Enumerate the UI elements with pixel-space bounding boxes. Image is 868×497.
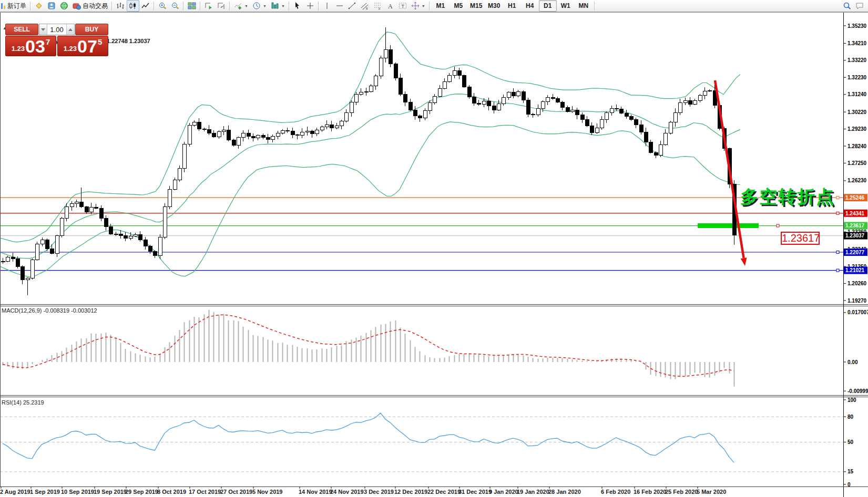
level-marker[interactable] — [777, 224, 779, 227]
date-tick-label: 3 Dec 2019 — [364, 489, 394, 495]
date-tick-label: 29 Sep 2019 — [125, 489, 158, 495]
zoomin-icon — [158, 2, 167, 10]
buy-price-prefix: 1.23 — [64, 45, 77, 52]
text-button[interactable]: A — [384, 0, 396, 12]
date-tick-label: 16 Feb 2020 — [634, 489, 666, 495]
level-marker[interactable] — [836, 251, 839, 254]
sell-button[interactable]: SELL — [5, 24, 38, 35]
volume-input[interactable]: 1.00 — [47, 24, 66, 35]
date-tick-label: 2 Aug 2019 — [0, 489, 30, 495]
tf-m30-label: M30 — [488, 2, 500, 9]
sell-price[interactable]: 1.23 03 7 — [5, 36, 56, 56]
chevron-down-icon: ▼ — [281, 4, 285, 8]
tf-m1-label: M1 — [436, 2, 445, 9]
tf-m15-label: M15 — [470, 2, 482, 9]
market-watch-button[interactable] — [33, 0, 45, 12]
price-callout[interactable]: 1.23617 — [781, 232, 820, 245]
autotrade-icon — [73, 2, 81, 10]
date-tick-label: 25 Feb 2020 — [665, 489, 698, 495]
rsi-line — [3, 413, 734, 462]
level-marker[interactable] — [836, 212, 839, 214]
date-tick-label: 14 Nov 2019 — [299, 489, 332, 495]
tiles-icon — [188, 2, 196, 10]
zoom-out-button[interactable] — [169, 0, 181, 12]
level-marker[interactable] — [836, 196, 839, 199]
vertical-line-button[interactable] — [321, 0, 333, 12]
tf-d1[interactable]: D1 — [539, 0, 557, 12]
price-axis[interactable]: 1.352301.342101.332201.322301.312401.302… — [843, 23, 868, 488]
toolbar-separator — [229, 2, 230, 11]
date-tick-label: 6 Feb 2020 — [601, 489, 630, 495]
chevron-down-icon: ▼ — [244, 4, 248, 8]
buy-price-big: 07 — [77, 38, 97, 55]
macd-signal-line — [3, 315, 734, 376]
tf-h1[interactable]: H1 — [503, 0, 521, 12]
tf-m30[interactable]: M30 — [485, 0, 503, 12]
volume-stepper: 1.00 — [39, 24, 75, 35]
svg-text:F: F — [379, 7, 381, 11]
zoom-in-button[interactable] — [156, 0, 169, 12]
chart-shift-button[interactable] — [215, 0, 228, 12]
svg-text:A: A — [388, 3, 393, 10]
tf-h4[interactable]: H4 — [521, 0, 539, 12]
chat-button[interactable] — [853, 0, 866, 12]
tf-m15[interactable]: M15 — [467, 0, 485, 12]
trendline-button[interactable] — [346, 0, 359, 12]
zoom-group — [156, 0, 181, 12]
periods-button[interactable]: ▼ — [250, 0, 269, 12]
search-button[interactable] — [841, 0, 853, 12]
fibonacci-button[interactable]: F — [371, 0, 384, 12]
toolbar: 新订单自动交易▼▼▼EFAT▼M1M5M15M30H1H4D1W1MN — [0, 0, 868, 12]
auto-scroll-button[interactable] — [202, 0, 215, 12]
level-marker[interactable] — [836, 269, 839, 272]
channel-button[interactable]: E — [359, 0, 371, 12]
new-order-button-label: 新订单 — [7, 2, 26, 11]
date-tick-label: 5 Nov 2019 — [252, 489, 282, 495]
buy-price[interactable]: 1.23 07 5 — [57, 36, 108, 56]
fibo-icon: F — [373, 2, 382, 10]
indicators-icon — [234, 2, 242, 10]
price-level-lines[interactable] — [0, 196, 843, 272]
volume-increase-button[interactable] — [66, 24, 74, 35]
price-tick-label: 1.31240 — [847, 91, 867, 97]
tf-m1[interactable]: M1 — [432, 0, 450, 12]
rsi-axis-label: 15 — [847, 469, 854, 474]
date-axis[interactable]: 2 Aug 20191 Sep 201910 Sep 201919 Sep 20… — [0, 487, 726, 495]
channel-icon: E — [361, 2, 369, 10]
vline-icon — [323, 2, 331, 10]
line-chart-button[interactable] — [139, 0, 152, 12]
navigator-button[interactable] — [58, 0, 70, 12]
volume-decrease-button[interactable] — [39, 24, 47, 35]
templates-button[interactable]: ▼ — [269, 0, 287, 12]
sell-price-prefix: 1.23 — [12, 45, 25, 52]
data-window-button[interactable] — [45, 0, 58, 12]
trend-arrow[interactable] — [715, 80, 747, 266]
chart-canvas[interactable]: 1.352301.342101.332201.322301.312401.302… — [0, 12, 868, 497]
buy-button[interactable]: BUY — [75, 24, 108, 35]
highlight-bar[interactable] — [698, 223, 759, 228]
cursor-button[interactable] — [291, 0, 304, 12]
template-icon — [271, 2, 279, 10]
crosshair-button[interactable] — [304, 0, 316, 12]
tf-w1[interactable]: W1 — [557, 0, 575, 12]
tf-m5[interactable]: M5 — [450, 0, 467, 12]
candles-icon — [129, 2, 137, 10]
indicators-button[interactable]: ▼ — [232, 0, 250, 12]
tf-m5-label: M5 — [454, 2, 463, 9]
rsi-axis-label: 100 — [847, 397, 856, 403]
price-tick-label: 1.34210 — [847, 40, 867, 46]
trendline-icon — [348, 2, 356, 10]
autotrading-button[interactable]: 自动交易 — [70, 0, 110, 12]
label-button[interactable]: T — [396, 0, 409, 12]
bar-chart-button[interactable] — [114, 0, 127, 12]
sell-price-big: 03 — [25, 38, 45, 55]
candlestick-chart-button[interactable] — [127, 0, 139, 12]
triangle-down-icon — [41, 28, 45, 31]
new-order-button[interactable]: 新订单 — [0, 0, 28, 12]
toolbar-separator — [594, 2, 595, 11]
tf-mn[interactable]: MN — [575, 0, 593, 12]
tile-windows-button[interactable] — [186, 0, 198, 12]
hline-icon — [335, 2, 344, 10]
horizontal-line-button[interactable] — [333, 0, 346, 12]
arrows-button[interactable]: ▼ — [409, 0, 427, 12]
